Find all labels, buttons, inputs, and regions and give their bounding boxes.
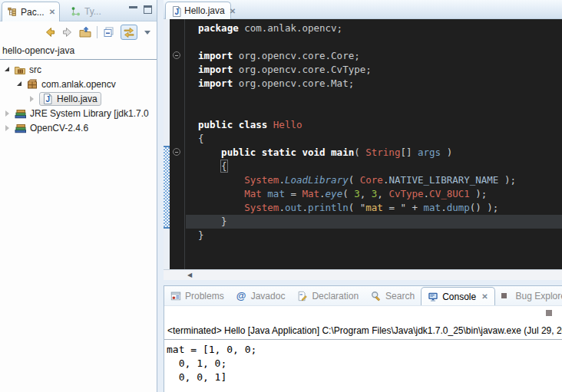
folding-ruler <box>170 19 185 269</box>
console-output-line: 0, 1, 0; <box>167 357 562 371</box>
search-icon <box>371 291 382 301</box>
tab-label: Bug Explorer <box>516 291 562 301</box>
horizontal-scrollbar[interactable]: ◀ <box>164 269 562 280</box>
svg-text:J: J <box>46 95 51 104</box>
code-line: import org.opencv.core.CvType; <box>186 63 562 77</box>
type-hierarchy-icon <box>71 6 81 17</box>
tab-label: Declaration <box>312 291 359 301</box>
expanded-arrow-icon[interactable] <box>17 81 21 86</box>
code-line: import org.opencv.core.Core; <box>186 49 562 63</box>
tree-item-label: OpenCV-2.4.6 <box>30 123 88 133</box>
pkg-explorer-icon <box>7 7 18 18</box>
code-editor[interactable]: package com.anlak.opencv;import org.open… <box>186 19 562 269</box>
tree-item-label: src <box>29 64 41 75</box>
collapsed-arrow-icon[interactable] <box>5 110 9 117</box>
code-line: { <box>186 160 562 173</box>
tab-problems[interactable]: Problems <box>164 286 230 305</box>
console-toolbar-row <box>164 306 562 323</box>
annotation-ruler[interactable] <box>164 19 170 269</box>
tree-item-jre-system-library-jdk1-7-0[interactable]: JRE System Library [jdk1.7.0 <box>0 106 157 120</box>
up-button[interactable] <box>79 26 91 38</box>
tree-item-label: Hello.java <box>57 94 98 104</box>
expanded-arrow-icon[interactable] <box>5 67 9 71</box>
editor-view: J Hello.java ✕ package com.anlak.opencv;… <box>164 0 562 280</box>
collapse-all-button[interactable] <box>103 26 115 38</box>
javadoc-icon: @ <box>236 291 246 301</box>
console-output-line: 0, 0, 1] <box>167 371 562 384</box>
console-status-line: <terminated> Hello [Java Application] C:… <box>164 323 562 340</box>
forward-button[interactable] <box>61 26 74 38</box>
tab-label: Console <box>442 292 476 302</box>
tab-type-hierarchy-label: Ty... <box>84 6 101 17</box>
up-icon <box>79 26 91 38</box>
project-root-label[interactable]: hello-opencv-java <box>0 43 157 60</box>
view-menu-button[interactable] <box>143 31 150 35</box>
forward-icon <box>61 26 74 38</box>
left-tabstrip: Pac... ✕ Ty... <box>0 0 157 21</box>
package-explorer-view: Pac... ✕ Ty... hello-opencv-java srccom.… <box>0 0 157 392</box>
back-button[interactable] <box>44 26 56 38</box>
code-line: public static void main( String[] args ) <box>186 146 562 160</box>
code-line: } <box>186 229 562 242</box>
editor-tab-label: Hello.java <box>184 5 225 16</box>
bottom-tabstrip: Problems@JavadocDeclarationSearchConsole… <box>164 286 562 306</box>
maximize-icon[interactable] <box>144 5 152 14</box>
back-icon <box>44 26 56 38</box>
bug-icon <box>501 293 507 298</box>
tab-package-explorer-label: Pac... <box>21 7 45 18</box>
close-icon[interactable]: ✕ <box>48 8 55 16</box>
selected-tree-item: JHello.java <box>39 92 101 106</box>
tab-label: Search <box>385 291 415 301</box>
console-toolbar-button-partial[interactable] <box>546 310 552 316</box>
package-explorer-tree: srccom.anlak.opencvJHello.javaJRE System… <box>0 60 157 135</box>
console-output[interactable]: mat = [1, 0, 0; 0, 1, 0; 0, 0, 1] <box>164 340 562 384</box>
tab-search[interactable]: Search <box>365 286 421 305</box>
code-line <box>186 104 562 118</box>
code-line: Mat mat = Mat.eye( 3, 3, CvType.CV_8UC1 … <box>186 187 562 201</box>
close-icon[interactable]: ✕ <box>480 292 488 301</box>
tab-type-hierarchy[interactable]: Ty... <box>66 2 106 21</box>
code-line: System.out.println( "mat = " + mat.dump(… <box>186 201 562 215</box>
tab-label: Problems <box>185 291 224 301</box>
code-line: { <box>186 132 562 146</box>
svg-text:J: J <box>175 8 180 16</box>
link-with-editor-icon <box>123 26 135 38</box>
editor-tabstrip: J Hello.java ✕ <box>164 0 562 19</box>
tree-item-hello-java[interactable]: JHello.java <box>0 91 157 106</box>
toolbar-separator <box>97 26 98 38</box>
collapsed-arrow-icon[interactable] <box>30 96 34 102</box>
tree-item-opencv-2-4-6[interactable]: OpenCV-2.4.6 <box>0 120 157 135</box>
scroll-left-icon[interactable]: ◀ <box>164 272 192 278</box>
console-output-line: mat = [1, 0, 0; <box>167 343 562 357</box>
code-line <box>186 91 562 104</box>
collapse-all-icon <box>103 26 115 38</box>
tree-item-src[interactable]: src <box>0 62 157 77</box>
tab-package-explorer[interactable]: Pac... ✕ <box>2 2 60 21</box>
library-icon <box>15 122 27 134</box>
fold-collapse-icon[interactable] <box>173 148 180 156</box>
package-explorer-toolbar <box>0 21 157 43</box>
tab-javadoc[interactable]: @Javadoc <box>230 286 292 305</box>
tree-item-label: com.anlak.opencv <box>41 79 116 90</box>
editor-tab-hello-java[interactable]: J Hello.java ✕ <box>165 2 231 19</box>
tab-label: Javadoc <box>251 291 286 301</box>
collapsed-arrow-icon[interactable] <box>5 125 9 131</box>
console-view: Problems@JavadocDeclarationSearchConsole… <box>164 285 562 392</box>
tab-declaration[interactable]: Declaration <box>291 286 365 305</box>
code-line <box>186 256 562 269</box>
declaration-icon <box>297 291 308 301</box>
minimize-icon[interactable] <box>129 6 137 15</box>
close-icon[interactable]: ✕ <box>228 7 236 15</box>
code-line-current: } <box>186 215 562 229</box>
fold-collapse-icon[interactable] <box>173 51 180 59</box>
link-with-editor-button[interactable] <box>121 25 137 40</box>
code-line: import org.opencv.core.Mat; <box>186 77 562 91</box>
code-line <box>186 242 562 256</box>
tab-console[interactable]: Console✕ <box>421 287 494 305</box>
tree-item-com-anlak-opencv[interactable]: com.anlak.opencv <box>0 77 157 91</box>
view-window-buttons <box>129 5 152 15</box>
code-line: public class Hello <box>186 118 562 132</box>
view-menu-icon <box>144 31 150 35</box>
package-folder-icon <box>14 64 26 76</box>
tab-bug-explorer[interactable]: Bug Explorer <box>495 286 562 305</box>
